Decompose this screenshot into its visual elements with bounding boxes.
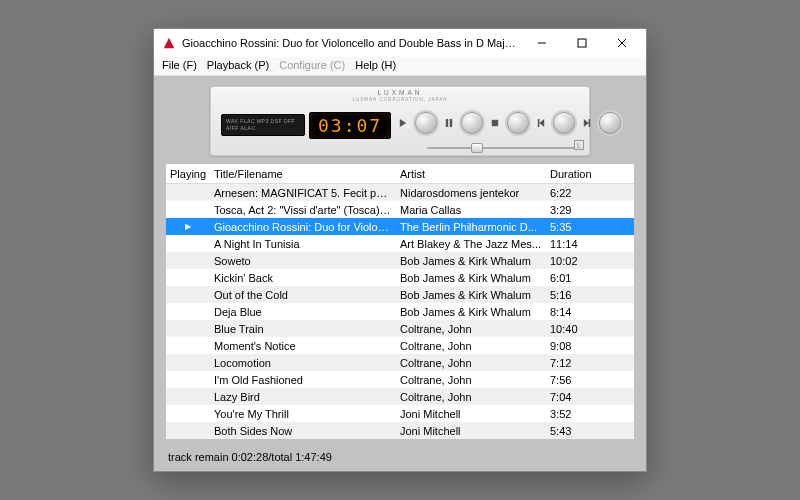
table-row[interactable]: A Night In TunisiaArt Blakey & The Jazz … — [166, 235, 634, 252]
seek-slider[interactable] — [427, 147, 575, 149]
table-row[interactable]: Kickin' BackBob James & Kirk Whalum6:01 — [166, 269, 634, 286]
track-artist: Bob James & Kirk Whalum — [396, 272, 546, 284]
status-bar: track remain 0:02:28/total 1:47:49 — [154, 445, 646, 471]
track-artist: Maria Callas — [396, 204, 546, 216]
svg-rect-0 — [578, 39, 586, 47]
seek-thumb[interactable] — [471, 143, 483, 153]
col-playing[interactable]: Playing — [166, 168, 210, 180]
track-artist: Coltrane, John — [396, 391, 546, 403]
menu-playback[interactable]: Playback (P) — [207, 59, 269, 71]
track-title: Blue Train — [210, 323, 396, 335]
track-title: Tosca, Act 2: "Vissi d'arte" (Tosca) [Li… — [210, 204, 396, 216]
table-row[interactable]: Blue TrainColtrane, John10:40 — [166, 320, 634, 337]
track-artist: Nidarosdomens jentekor — [396, 187, 546, 199]
track-artist: Coltrane, John — [396, 340, 546, 352]
col-title[interactable]: Title/Filename — [210, 168, 396, 180]
window-title: Gioacchino Rossini: Duo for Violoncello … — [182, 37, 516, 49]
table-row[interactable]: Tosca, Act 2: "Vissi d'arte" (Tosca) [Li… — [166, 201, 634, 218]
table-row[interactable]: Both Sides NowJoni Mitchell5:43 — [166, 422, 634, 439]
track-title: Arnesen: MAGNIFICAT 5. Fecit potentiam — [210, 187, 396, 199]
table-row[interactable]: Out of the ColdBob James & Kirk Whalum5:… — [166, 286, 634, 303]
track-duration: 3:52 — [546, 408, 602, 420]
track-artist: The Berlin Philharmonic D... — [396, 221, 546, 233]
time-display: 03:07 — [309, 112, 391, 139]
track-title: Deja Blue — [210, 306, 396, 318]
table-row[interactable]: Deja BlueBob James & Kirk Whalum8:14 — [166, 303, 634, 320]
brand-badge-icon: L — [574, 140, 584, 150]
table-row[interactable]: I'm Old FashionedColtrane, John7:56 — [166, 371, 634, 388]
minimize-button[interactable] — [522, 29, 562, 57]
track-artist: Bob James & Kirk Whalum — [396, 289, 546, 301]
pause-icon — [445, 119, 453, 127]
brand-text: LUXMAN LUXMAN CORPORATION, JAPAN — [211, 90, 589, 102]
track-artist: Coltrane, John — [396, 357, 546, 369]
track-duration: 6:01 — [546, 272, 602, 284]
track-duration: 5:35 — [546, 221, 602, 233]
table-row[interactable]: Arnesen: MAGNIFICAT 5. Fecit potentiamNi… — [166, 184, 634, 201]
track-title: Out of the Cold — [210, 289, 396, 301]
track-title: You're My Thrill — [210, 408, 396, 420]
col-duration[interactable]: Duration — [546, 168, 602, 180]
track-duration: 11:14 — [546, 238, 602, 250]
track-duration: 10:02 — [546, 255, 602, 267]
next-knob[interactable] — [599, 112, 621, 134]
table-row[interactable]: SowetoBob James & Kirk Whalum10:02 — [166, 252, 634, 269]
menu-help[interactable]: Help (H) — [355, 59, 396, 71]
maximize-button[interactable] — [562, 29, 602, 57]
table-row[interactable]: Moment's NoticeColtrane, John9:08 — [166, 337, 634, 354]
app-icon — [162, 36, 176, 50]
prev-knob[interactable] — [553, 112, 575, 134]
track-title: A Night In Tunisia — [210, 238, 396, 250]
track-artist: Coltrane, John — [396, 374, 546, 386]
titlebar[interactable]: Gioacchino Rossini: Duo for Violoncello … — [154, 29, 646, 57]
playlist-header: Playing Title/Filename Artist Duration — [166, 164, 634, 184]
menu-configure[interactable]: Configure (C) — [279, 59, 345, 71]
track-duration: 10:40 — [546, 323, 602, 335]
format-indicator: WAV FLAC MP3 DSF DFF AIFF ALAC — [221, 114, 305, 136]
playlist-area: Playing Title/Filename Artist Duration A… — [154, 164, 646, 445]
track-title: Moment's Notice — [210, 340, 396, 352]
col-artist[interactable]: Artist — [396, 168, 546, 180]
play-icon — [399, 119, 407, 127]
track-duration: 9:08 — [546, 340, 602, 352]
track-title: Gioacchino Rossini: Duo for Violoncello … — [210, 221, 396, 233]
playlist-rows: Arnesen: MAGNIFICAT 5. Fecit potentiamNi… — [166, 184, 634, 439]
menu-file[interactable]: File (F) — [162, 59, 197, 71]
track-title: I'm Old Fashioned — [210, 374, 396, 386]
track-artist: Art Blakey & The Jazz Mes... — [396, 238, 546, 250]
menubar: File (F) Playback (P) Configure (C) Help… — [154, 57, 646, 76]
app-window: Gioacchino Rossini: Duo for Violoncello … — [153, 28, 647, 472]
track-duration: 5:16 — [546, 289, 602, 301]
track-duration: 7:56 — [546, 374, 602, 386]
track-duration: 5:43 — [546, 425, 602, 437]
track-title: Both Sides Now — [210, 425, 396, 437]
play-knob[interactable] — [415, 112, 437, 134]
track-title: Lazy Bird — [210, 391, 396, 403]
track-title: Soweto — [210, 255, 396, 267]
prev-icon — [537, 119, 545, 127]
close-button[interactable] — [602, 29, 642, 57]
player-panel: LUXMAN LUXMAN CORPORATION, JAPAN WAV FLA… — [154, 76, 646, 164]
player-faceplate: LUXMAN LUXMAN CORPORATION, JAPAN WAV FLA… — [210, 86, 590, 156]
track-artist: Bob James & Kirk Whalum — [396, 306, 546, 318]
transport-controls — [399, 112, 621, 134]
track-duration: 6:22 — [546, 187, 602, 199]
brand-name: LUXMAN — [377, 89, 422, 96]
stop-knob[interactable] — [507, 112, 529, 134]
track-artist: Joni Mitchell — [396, 408, 546, 420]
table-row[interactable]: Lazy BirdColtrane, John7:04 — [166, 388, 634, 405]
formats-row-1: WAV FLAC MP3 DSF DFF — [226, 118, 300, 125]
next-icon — [583, 119, 591, 127]
svg-rect-1 — [492, 120, 498, 126]
table-row[interactable]: You're My ThrillJoni Mitchell3:52 — [166, 405, 634, 422]
pause-knob[interactable] — [461, 112, 483, 134]
playing-indicator-icon: ▶ — [166, 222, 210, 231]
playlist-table: Playing Title/Filename Artist Duration A… — [166, 164, 634, 439]
formats-row-2: AIFF ALAC — [226, 125, 300, 132]
table-row[interactable]: ▶Gioacchino Rossini: Duo for Violoncello… — [166, 218, 634, 235]
display-cluster: WAV FLAC MP3 DSF DFF AIFF ALAC 03:07 — [221, 112, 391, 139]
track-artist: Coltrane, John — [396, 323, 546, 335]
track-duration: 3:29 — [546, 204, 602, 216]
track-title: Locomotion — [210, 357, 396, 369]
table-row[interactable]: LocomotionColtrane, John7:12 — [166, 354, 634, 371]
